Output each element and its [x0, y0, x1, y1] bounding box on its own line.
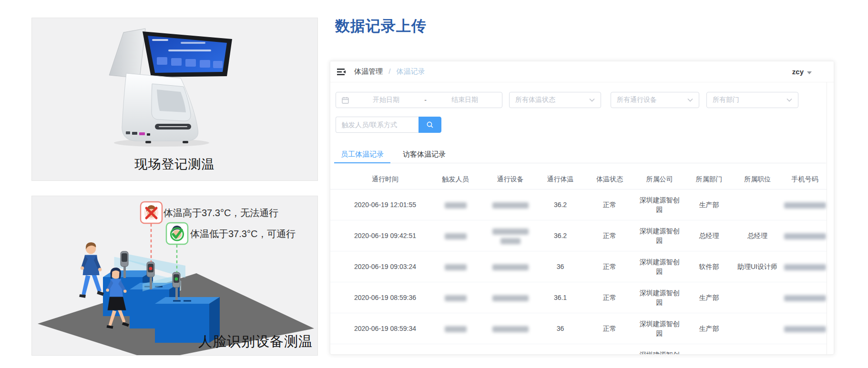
- cell-trigger-person: [426, 324, 485, 333]
- col-phone: 手机号码: [782, 175, 828, 184]
- scrollbar-track[interactable]: [827, 82, 827, 354]
- redacted-person: [445, 326, 467, 332]
- temperature-app-panel: 体温管理 / 体温记录 zcy 开始日期 - 结束日期 所有体温状态 所有通行设…: [330, 61, 834, 355]
- breadcrumb: 体温管理 / 体温记录: [354, 67, 425, 76]
- allow-note: 体温低于37.3°C，可通行: [190, 228, 296, 240]
- cell-company: 深圳建源智创园: [634, 350, 685, 355]
- redacted-person: [445, 202, 467, 209]
- col-position: 所属职位: [733, 175, 782, 184]
- cell-department: 生产部: [685, 324, 733, 333]
- cell-pass-temperature: 36: [535, 262, 585, 271]
- redacted-phone: [784, 295, 826, 301]
- search-input[interactable]: [336, 117, 419, 133]
- breadcrumb-section[interactable]: 体温管理: [354, 67, 383, 75]
- cell-phone: [782, 200, 828, 209]
- redacted-device: [500, 238, 521, 244]
- calendar-icon: [342, 97, 349, 104]
- cell-temperature-status: 正常: [585, 324, 634, 333]
- cell-phone: [782, 293, 828, 302]
- col-department: 所属部门: [685, 175, 733, 184]
- deny-badge-icon: [141, 202, 162, 223]
- breadcrumb-current: 体温记录: [397, 67, 425, 75]
- search-icon: [426, 121, 434, 129]
- allow-badge-icon: [166, 223, 188, 244]
- breadcrumb-separator: /: [388, 67, 390, 75]
- col-pass-temperature: 通行体温: [535, 175, 585, 184]
- cell-temperature-status: 正常: [585, 200, 634, 209]
- search-button[interactable]: [419, 117, 441, 133]
- cell-temperature-status: 正常: [585, 231, 634, 240]
- department-value: 所有部门: [713, 96, 739, 104]
- table-row: 2020-06-19 08:59:3636.1正常深圳建源智创园生产部: [330, 282, 827, 313]
- cell-temperature-status: 正常: [585, 262, 634, 271]
- cell-phone: [782, 262, 828, 271]
- cell-position: 总经理: [733, 231, 782, 240]
- gate-card-caption: 人脸识别设备测温: [198, 332, 313, 351]
- chevron-down-icon: [786, 98, 792, 102]
- redacted-device: [492, 229, 529, 235]
- cell-pass-device: [485, 324, 535, 333]
- cell-department: 总经理: [685, 231, 733, 240]
- table-body: 2020-06-19 12:01:5536.2正常深圳建源智创园生产部2020-…: [330, 189, 827, 355]
- redacted-person: [445, 233, 467, 239]
- col-pass-device: 通行设备: [485, 175, 535, 184]
- redacted-device: [492, 295, 529, 301]
- tab-employee-records[interactable]: 员工体温记录: [334, 146, 390, 163]
- cell-pass-temperature: 36.2: [535, 200, 585, 209]
- deny-note: 体温高于37.3°C，无法通行: [163, 207, 278, 219]
- date-range-picker[interactable]: 开始日期 - 结束日期: [336, 92, 502, 108]
- cell-trigger-person: [426, 200, 485, 209]
- cell-pass-temperature: 36.2: [535, 231, 585, 240]
- cell-position: 助理UI设计师: [733, 262, 782, 271]
- onsite-registration-card: 现场登记测温: [31, 18, 318, 181]
- redacted-device: [492, 326, 529, 332]
- page-title: 数据记录上传: [335, 16, 427, 36]
- collapse-sidebar-icon[interactable]: [337, 69, 346, 75]
- pass-device-select[interactable]: 所有通行设备: [611, 92, 699, 108]
- redacted-phone: [784, 264, 826, 270]
- col-pass-time: 通行时间: [345, 175, 426, 184]
- face-gate-illustration: [32, 196, 318, 356]
- redacted-person: [445, 295, 467, 301]
- user-menu[interactable]: zcy: [792, 68, 812, 76]
- table-header: 通行时间 触发人员 通行设备 通行体温 体温状态 所属公司 所属部门 所属职位 …: [330, 169, 827, 189]
- cell-trigger-person: [426, 293, 485, 302]
- onsite-card-caption: 现场登记测温: [32, 156, 317, 173]
- caret-down-icon: [807, 71, 812, 74]
- cell-pass-time: 2020-06-19 09:03:24: [345, 262, 426, 271]
- tab-visitor-records[interactable]: 访客体温记录: [396, 146, 452, 163]
- record-tabs: 员工体温记录 访客体温记录: [334, 146, 826, 163]
- temperature-status-select[interactable]: 所有体温状态: [509, 92, 601, 108]
- cell-pass-time: 2020-06-19 12:01:55: [345, 200, 426, 209]
- cell-trigger-person: [426, 231, 485, 240]
- cell-phone: [782, 231, 828, 240]
- redacted-phone: [784, 233, 826, 239]
- col-company: 所属公司: [634, 175, 685, 184]
- cell-pass-temperature: 36.1: [535, 293, 585, 302]
- col-temperature-status: 体温状态: [585, 175, 634, 184]
- table-row: 2020-06-19 09:42:5136.2正常深圳建源智创园总经理总经理: [330, 220, 827, 251]
- cell-company: 深圳建源智创园: [634, 288, 685, 307]
- cell-phone: [782, 324, 828, 333]
- redacted-person: [445, 264, 467, 270]
- man-figure: [79, 242, 104, 298]
- cell-department: 生产部: [685, 200, 733, 209]
- cell-department: 生产部: [685, 293, 733, 302]
- date-range-separator: -: [423, 96, 428, 104]
- app-topbar: 体温管理 / 体温记录 zcy: [330, 61, 834, 82]
- department-select[interactable]: 所有部门: [706, 92, 798, 108]
- chevron-down-icon: [589, 98, 595, 102]
- end-date-placeholder[interactable]: 结束日期: [428, 96, 502, 104]
- terminal-rear-screen: [109, 29, 145, 78]
- table-row: 2020-06-19 09:03:2436正常深圳建源智创园软件部助理UI设计师: [330, 251, 827, 282]
- redacted-device: [492, 202, 529, 209]
- registration-terminal-illustration: [32, 18, 318, 156]
- cell-department: 软件部: [685, 262, 733, 271]
- table-row: 2020-06-19 08:59:0136正常深圳建源智创园硬件研发部硬件研发经…: [330, 344, 827, 355]
- temperature-status-value: 所有体温状态: [515, 96, 555, 104]
- redacted-device: [492, 264, 529, 270]
- cell-pass-temperature: 36: [535, 324, 585, 333]
- face-gate-card: 体温高于37.3°C，无法通行 体温低于37.3°C，可通行 人脸识别设备测温: [31, 196, 318, 356]
- start-date-placeholder[interactable]: 开始日期: [349, 96, 423, 104]
- cell-company: 深圳建源智创园: [634, 226, 685, 245]
